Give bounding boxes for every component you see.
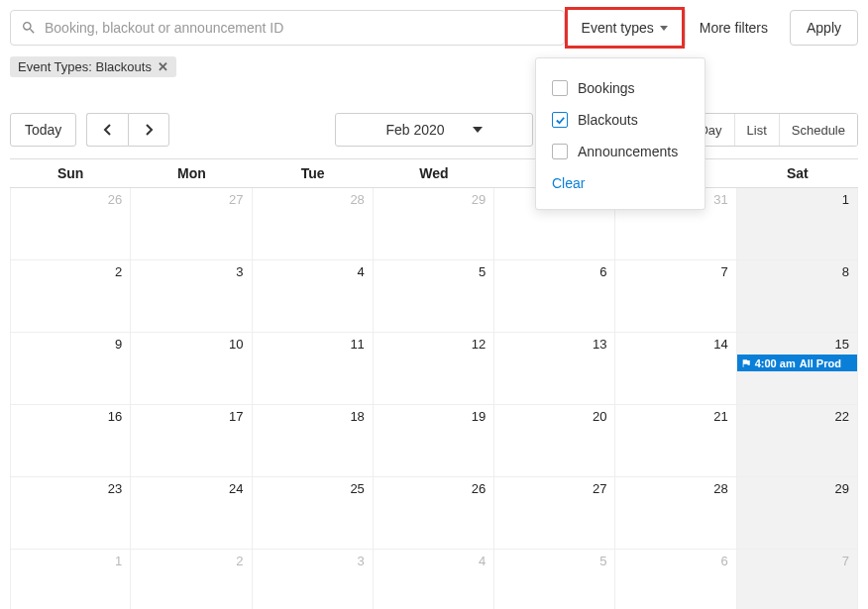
- date-cell[interactable]: 1: [737, 188, 858, 260]
- date-cell[interactable]: 7: [737, 550, 858, 609]
- date-cell[interactable]: 6: [615, 550, 736, 609]
- date-cell[interactable]: 28: [615, 477, 736, 550]
- date-cell[interactable]: 18: [253, 405, 374, 477]
- date-cell[interactable]: 26: [10, 188, 131, 260]
- day-header-sun: Sun: [10, 159, 131, 188]
- chevron-left-icon: [103, 124, 113, 136]
- date-cell[interactable]: 5: [494, 550, 615, 609]
- event-types-popover: Bookings Blackouts Announcements Clear: [535, 57, 705, 210]
- day-header-sat: Sat: [737, 159, 858, 188]
- date-cell[interactable]: 21: [615, 405, 736, 477]
- date-cell[interactable]: 1: [10, 550, 131, 609]
- flag-icon: [741, 358, 751, 368]
- date-cell[interactable]: 20: [494, 405, 615, 477]
- day-header-mon: Mon: [131, 159, 252, 188]
- date-cell[interactable]: 5: [374, 260, 494, 333]
- filter-option-bookings[interactable]: Bookings: [552, 72, 689, 104]
- option-label: Bookings: [578, 80, 635, 96]
- month-picker[interactable]: Feb 2020: [335, 113, 533, 147]
- view-tab-schedule[interactable]: Schedule: [780, 114, 857, 146]
- day-header-wed: Wed: [374, 159, 494, 188]
- date-cell[interactable]: 24: [131, 477, 252, 550]
- view-tabs: Day List Schedule: [686, 113, 858, 147]
- date-cell[interactable]: 3: [131, 260, 252, 333]
- option-label: Blackouts: [578, 112, 638, 128]
- clear-filters-link[interactable]: Clear: [552, 167, 689, 195]
- date-cell[interactable]: 15 4:00 am All Prod: [737, 333, 858, 405]
- date-cell[interactable]: 16: [10, 405, 131, 477]
- caret-down-icon: [473, 127, 483, 133]
- event-types-dropdown-button[interactable]: Event types: [565, 7, 685, 49]
- next-button[interactable]: [128, 113, 169, 147]
- date-cell[interactable]: 4: [374, 550, 494, 609]
- search-input[interactable]: [45, 20, 554, 36]
- checkbox-unchecked-icon: [552, 144, 568, 159]
- date-cell[interactable]: 4: [253, 260, 374, 333]
- day-header-tue: Tue: [253, 159, 374, 188]
- checkbox-checked-icon: [552, 112, 568, 128]
- view-tab-list[interactable]: List: [735, 114, 780, 146]
- date-cell[interactable]: 2: [131, 550, 252, 609]
- option-label: Announcements: [578, 144, 678, 159]
- search-icon: [21, 20, 37, 36]
- date-cell[interactable]: 11: [253, 333, 374, 405]
- prev-button[interactable]: [86, 113, 128, 147]
- date-cell[interactable]: 12: [374, 333, 494, 405]
- date-cell[interactable]: 23: [10, 477, 131, 550]
- checkbox-unchecked-icon: [552, 80, 568, 96]
- caret-down-icon: [660, 26, 668, 31]
- date-cell[interactable]: 3: [253, 550, 374, 609]
- date-cell[interactable]: 29: [737, 477, 858, 550]
- chevron-right-icon: [144, 124, 154, 136]
- search-wrapper: [10, 10, 565, 46]
- date-cell[interactable]: 6: [494, 260, 615, 333]
- date-cell[interactable]: 26: [374, 477, 494, 550]
- event-time: 4:00 am: [755, 357, 796, 369]
- date-cell[interactable]: 14: [615, 333, 736, 405]
- date-cell[interactable]: 19: [374, 405, 494, 477]
- date-cell[interactable]: 29: [374, 188, 494, 260]
- date-cell[interactable]: 17: [131, 405, 252, 477]
- date-cell[interactable]: 22: [737, 405, 858, 477]
- today-button[interactable]: Today: [10, 113, 76, 147]
- month-label: Feb 2020: [385, 122, 444, 138]
- more-filters-button[interactable]: More filters: [685, 10, 782, 46]
- date-cell[interactable]: 8: [737, 260, 858, 333]
- close-icon[interactable]: ✕: [158, 59, 168, 74]
- date-cell[interactable]: 27: [131, 188, 252, 260]
- date-cell[interactable]: 27: [494, 477, 615, 550]
- calendar-event[interactable]: 4:00 am All Prod: [737, 355, 857, 371]
- date-cell[interactable]: 2: [10, 260, 131, 333]
- date-cell[interactable]: 10: [131, 333, 252, 405]
- filter-chip-event-types[interactable]: Event Types: Blackouts ✕: [10, 56, 176, 77]
- apply-button[interactable]: Apply: [790, 10, 858, 46]
- filter-option-announcements[interactable]: Announcements: [552, 136, 689, 167]
- event-types-label: Event types: [582, 20, 654, 36]
- date-cell[interactable]: 7: [615, 260, 736, 333]
- date-cell[interactable]: 13: [494, 333, 615, 405]
- filter-option-blackouts[interactable]: Blackouts: [552, 104, 689, 136]
- date-cell[interactable]: 28: [253, 188, 374, 260]
- filter-chip-label: Event Types: Blackouts: [18, 59, 152, 74]
- date-cell[interactable]: 9: [10, 333, 131, 405]
- event-title: All Prod: [800, 357, 841, 369]
- date-cell[interactable]: 25: [253, 477, 374, 550]
